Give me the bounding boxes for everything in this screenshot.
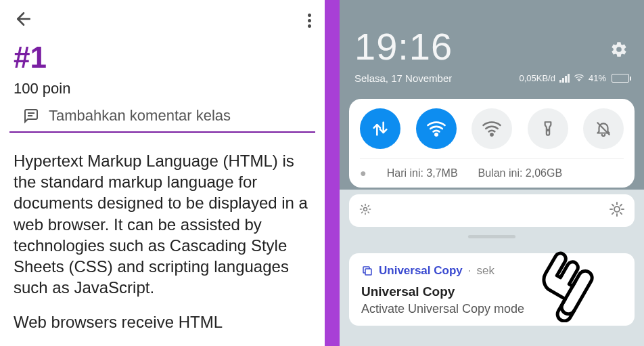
notification-title: Universal Copy xyxy=(361,284,622,299)
notification-time-sep: · xyxy=(468,264,472,278)
status-icons: 0,05KB/d 41% xyxy=(519,73,629,83)
svg-rect-28 xyxy=(365,269,371,275)
panel-divider xyxy=(325,0,340,346)
today-data-label: Hari ini: 3,7MB xyxy=(387,167,458,179)
svg-point-7 xyxy=(490,133,492,135)
brightness-low-icon xyxy=(359,202,372,219)
back-arrow-icon[interactable] xyxy=(14,9,34,33)
svg-line-27 xyxy=(620,204,622,206)
svg-point-3 xyxy=(578,81,579,81)
top-bar xyxy=(0,0,325,41)
notification-body: Activate Universal Copy mode xyxy=(361,302,622,316)
battery-pct-label: 41% xyxy=(589,73,606,83)
assignment-title: #1 xyxy=(0,41,325,80)
copy-icon xyxy=(361,265,373,277)
date-label: Selasa, 17 November xyxy=(354,72,452,84)
notification-app-name: Universal Copy xyxy=(379,264,463,278)
wifi-toggle[interactable] xyxy=(416,108,457,149)
month-data-label: Bulan ini: 2,06GB xyxy=(478,167,563,179)
svg-line-18 xyxy=(368,206,369,207)
flashlight-toggle[interactable] xyxy=(528,108,568,149)
points-label: 100 poin xyxy=(0,80,325,107)
data-rate-label: 0,05KB/d xyxy=(519,73,555,83)
notification-card[interactable]: Universal Copy · sek Universal Copy Acti… xyxy=(349,253,635,326)
hotspot-toggle[interactable] xyxy=(472,108,512,149)
svg-point-19 xyxy=(614,207,620,212)
class-comment-placeholder: Tambahkan komentar kelas xyxy=(49,107,231,125)
svg-line-25 xyxy=(620,213,622,214)
svg-line-16 xyxy=(368,212,369,213)
body-paragraph-2: Web browsers receive HTML xyxy=(14,311,311,332)
settings-gear-icon[interactable] xyxy=(610,41,628,61)
svg-line-15 xyxy=(362,206,363,207)
signal-icon xyxy=(559,74,570,83)
svg-point-10 xyxy=(364,208,367,211)
clock-time: 19:16 xyxy=(354,24,453,68)
svg-point-6 xyxy=(435,133,437,135)
quick-settings-panel: ● Hari ini: 3,7MB Bulan ini: 2,06GB xyxy=(349,99,635,188)
dnd-toggle[interactable] xyxy=(583,108,624,149)
brightness-high-icon xyxy=(609,201,625,220)
svg-line-24 xyxy=(612,204,614,206)
data-dot-icon: ● xyxy=(360,167,367,179)
panel-drag-handle[interactable] xyxy=(468,235,515,238)
assignment-body: Hypertext Markup Language (HTML) is the … xyxy=(0,142,325,333)
wifi-status-icon xyxy=(574,73,584,83)
notification-time: sek xyxy=(477,264,495,278)
svg-line-26 xyxy=(612,213,614,214)
battery-icon xyxy=(612,74,629,83)
brightness-slider[interactable] xyxy=(349,194,635,227)
class-comment-row[interactable]: Tambahkan komentar kelas xyxy=(9,107,315,133)
body-paragraph-1: Hypertext Markup Language (HTML) is the … xyxy=(14,150,311,298)
svg-line-17 xyxy=(362,212,363,213)
comment-icon xyxy=(23,108,39,124)
more-menu-icon[interactable] xyxy=(308,14,311,28)
mobile-data-toggle[interactable] xyxy=(360,108,400,149)
